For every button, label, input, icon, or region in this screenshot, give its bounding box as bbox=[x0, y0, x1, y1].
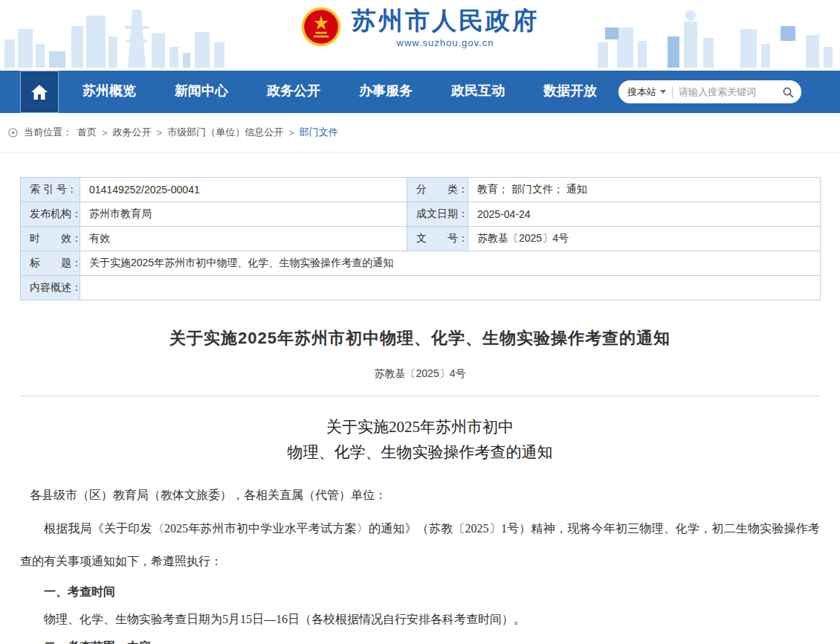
breadcrumb-item-gov-affairs[interactable]: 政务公开 bbox=[113, 126, 152, 139]
location-pin-icon bbox=[7, 127, 19, 138]
doc-body: 关于实施2025年苏州市初中 物理、化学、生物实验操作考查的通知 各县级市（区）… bbox=[20, 414, 820, 644]
content: 索 引 号： 014149252/2025-00041 分 类： 教育； 部门文… bbox=[20, 177, 820, 644]
meta-value-summary bbox=[80, 276, 821, 300]
page-title: 关于实施2025年苏州市初中物理、化学、生物实验操作考查的通知 bbox=[20, 327, 820, 350]
search-input[interactable] bbox=[679, 86, 778, 97]
meta-value-doc-number: 苏教基〔2025〕4号 bbox=[468, 227, 821, 251]
meta-value-index: 014149252/2025-00041 bbox=[80, 178, 407, 202]
breadcrumb-prefix: 当前位置： bbox=[24, 126, 72, 139]
doc-heading: 关于实施2025年苏州市初中 物理、化学、生物实验操作考查的通知 bbox=[20, 414, 820, 465]
meta-value-date: 2025-04-24 bbox=[468, 202, 821, 227]
breadcrumb-item-department-disclosure[interactable]: 市级部门（单位）信息公开 bbox=[167, 126, 283, 139]
home-tab[interactable] bbox=[20, 71, 59, 113]
national-emblem-icon bbox=[301, 7, 341, 47]
meta-value-category: 教育； 部门文件； 通知 bbox=[468, 178, 821, 202]
breadcrumb-separator: > bbox=[102, 127, 108, 138]
meta-label-summary: 内容概述： bbox=[21, 276, 80, 300]
nav-item-services[interactable]: 办事服务 bbox=[340, 71, 432, 113]
nav-item-open-data[interactable]: 数据开放 bbox=[524, 71, 616, 113]
brand-text: 苏州市人民政府 www.suzhou.gov.cn bbox=[352, 6, 539, 48]
doc-paragraph-1: 根据我局《关于印发〈2025年苏州市初中学业水平考试方案〉的通知》（苏教〔202… bbox=[20, 512, 820, 578]
search-scope-select[interactable]: 搜本站 bbox=[627, 86, 666, 99]
site-url: www.suzhou.gov.cn bbox=[397, 37, 494, 48]
search-divider bbox=[672, 86, 673, 98]
doc-section-1-title: 一、考查时间 bbox=[20, 578, 820, 605]
meta-value-validity: 有效 bbox=[80, 227, 407, 251]
meta-label-doc-number: 文 号： bbox=[407, 227, 468, 251]
main-nav: 苏州概览 新闻中心 政务公开 办事服务 政民互动 数据开放 搜本站 bbox=[0, 71, 840, 113]
nav-item-gov-affairs[interactable]: 政务公开 bbox=[248, 71, 340, 113]
skyline-right-decoration bbox=[595, 7, 840, 68]
site-logo-link[interactable]: 苏州市人民政府 www.suzhou.gov.cn bbox=[301, 6, 539, 48]
breadcrumb-item-home[interactable]: 首页 bbox=[77, 126, 97, 139]
meta-label-date: 成文日期： bbox=[407, 202, 468, 227]
breadcrumb: 当前位置： 首页 > 政务公开 > 市级部门（单位）信息公开 > 部门文件 bbox=[0, 113, 840, 152]
meta-label-agency: 发布机构： bbox=[21, 202, 80, 227]
site-search[interactable]: 搜本站 bbox=[618, 80, 801, 103]
site-name: 苏州市人民政府 bbox=[352, 6, 539, 36]
page: 苏州市人民政府 www.suzhou.gov.cn 苏州概览 新闻中心 政务公开… bbox=[0, 0, 840, 644]
breadcrumb-separator: > bbox=[288, 127, 294, 138]
meta-row-agency-date: 发布机构： 苏州市教育局 成文日期： 2025-04-24 bbox=[21, 202, 821, 227]
doc-section-2-title: 二、考查范围、内容 bbox=[20, 633, 820, 644]
meta-label-validity: 时 效： bbox=[21, 227, 80, 251]
nav-item-news[interactable]: 新闻中心 bbox=[155, 71, 248, 113]
meta-value-title: 关于实施2025年苏州市初中物理、化学、生物实验操作考查的通知 bbox=[80, 251, 821, 276]
meta-label-title: 标 题： bbox=[21, 251, 80, 276]
doc-section-1-body: 物理、化学、生物实验考查日期为5月15日—16日（各校根据情况自行安排各科考查时… bbox=[20, 605, 820, 633]
breadcrumb-item-department-files[interactable]: 部门文件 bbox=[300, 126, 338, 139]
doc-salutation: 各县级市（区）教育局（教体文旅委），各相关直属（代管）单位： bbox=[20, 486, 820, 505]
skyline-left-decoration bbox=[0, 7, 253, 68]
document-meta-table: 索 引 号： 014149252/2025-00041 分 类： 教育； 部门文… bbox=[20, 177, 821, 300]
meta-row-index-category: 索 引 号： 014149252/2025-00041 分 类： 教育； 部门文… bbox=[21, 178, 821, 202]
title-divider bbox=[20, 396, 820, 396]
doc-number: 苏教基〔2025〕4号 bbox=[20, 367, 820, 381]
nav-item-interaction[interactable]: 政民互动 bbox=[432, 71, 524, 113]
search-scope-label: 搜本站 bbox=[627, 86, 656, 99]
meta-label-category: 分 类： bbox=[407, 178, 468, 202]
search-icon[interactable] bbox=[782, 86, 794, 98]
meta-row-summary: 内容概述： bbox=[21, 276, 821, 300]
nav-item-overview[interactable]: 苏州概览 bbox=[63, 71, 155, 113]
meta-label-index: 索 引 号： bbox=[21, 178, 80, 202]
home-icon bbox=[30, 84, 48, 100]
meta-row-title: 标 题： 关于实施2025年苏州市初中物理、化学、生物实验操作考查的通知 bbox=[21, 251, 821, 276]
chevron-down-icon bbox=[660, 90, 666, 94]
meta-value-agency: 苏州市教育局 bbox=[80, 202, 407, 227]
nav-items: 苏州概览 新闻中心 政务公开 办事服务 政民互动 数据开放 bbox=[63, 71, 616, 113]
doc-heading-line1: 关于实施2025年苏州市初中 bbox=[20, 414, 820, 439]
meta-row-validity-number: 时 效： 有效 文 号： 苏教基〔2025〕4号 bbox=[21, 227, 821, 251]
site-header: 苏州市人民政府 www.suzhou.gov.cn bbox=[0, 0, 840, 71]
breadcrumb-separator: > bbox=[157, 127, 163, 138]
doc-heading-line2: 物理、化学、生物实验操作考查的通知 bbox=[20, 439, 820, 465]
